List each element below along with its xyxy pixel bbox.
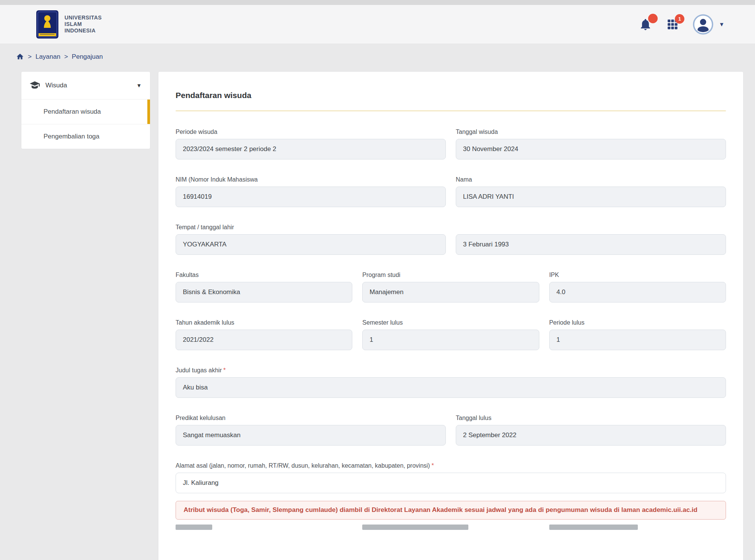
required-asterisk: * [431,462,434,469]
field-label: Alamat asal (jalan, nomor, rumah, RT/RW,… [176,462,726,469]
ipk-input[interactable]: 4.0 [549,282,726,303]
field-periode-wisuda: Periode wisuda 2023/2024 semester 2 peri… [176,129,446,159]
field-program-studi: Program studi Manajemen [362,272,539,303]
field-label: Tahun akademik lulus [176,319,352,326]
required-asterisk: * [223,367,226,373]
apps-button[interactable]: 1 [666,18,679,31]
sidebar: Wisuda ▼ Pendaftaran wisuda Pengembalian… [21,71,150,149]
cutoff-field [362,525,539,530]
field-tanggal-lulus: Tanggal lulus 2 September 2022 [456,415,726,446]
tempat-lahir-input[interactable]: YOGYAKARTA [176,234,446,255]
sidebar-item-label: Pengembalian toga [44,133,100,140]
field-label: NIM (Nomor Induk Mahasiswa [176,176,446,183]
sidebar-menu-wisuda[interactable]: Wisuda ▼ [21,72,150,99]
field-label: Tanggal wisuda [456,129,726,135]
semester-lulus-input[interactable]: 1 [362,330,539,350]
notifications-badge [648,14,658,23]
sidebar-item-pengembalian-toga[interactable]: Pengembalian toga [21,124,150,149]
form-row: Judul tugas akhir* Aku bisa [176,367,726,398]
user-menu-caret-icon: ▼ [719,21,724,27]
notifications-button[interactable] [639,18,652,31]
field-nim: NIM (Nomor Induk Mahasiswa 16914019 [176,176,446,207]
form-row: Alamat asal (jalan, nomor, rumah, RT/RW,… [176,462,726,493]
field-tahun-akademik-lulus: Tahun akademik lulus 2021/2022 [176,319,352,350]
cutoff-field-label [362,525,468,530]
form-row: Periode wisuda 2023/2024 semester 2 peri… [176,129,726,159]
field-tempat-lahir: Tempat / tanggal lahir YOGYAKARTA [176,224,446,255]
cutoff-field [549,525,726,530]
field-alamat-asal: Alamat asal (jalan, nomor, rumah, RT/RW,… [176,462,726,493]
field-periode-lulus: Periode lulus 1 [549,319,726,350]
field-predikat-kelulusan: Predikat kelulusan Sangat memuaskan [176,415,446,446]
tanggal-lulus-input[interactable]: 2 September 2022 [456,425,726,446]
form-row: Tempat / tanggal lahir YOGYAKARTA 3 Febr… [176,224,726,255]
predikat-kelulusan-input[interactable]: Sangat memuaskan [176,425,446,446]
cutoff-field-label [549,525,638,530]
title-divider [176,110,726,111]
tanggal-lahir-input[interactable]: 3 Februari 1993 [456,234,726,255]
home-icon[interactable] [16,53,24,61]
breadcrumb-separator: > [64,53,68,61]
apps-badge: 1 [675,14,684,24]
tahun-akademik-lulus-input[interactable]: 2021/2022 [176,330,352,350]
breadcrumb-pengajuan[interactable]: Pengajuan [72,53,103,61]
field-label: Semester lulus [362,319,539,326]
field-tanggal-lahir: 3 Februari 1993 [456,234,726,255]
field-label: Fakultas [176,272,352,278]
field-tanggal-wisuda: Tanggal wisuda 30 November 2024 [456,129,726,159]
sidebar-menu-label: Wisuda [45,82,67,89]
field-nama: Nama LISA ADRI YANTI [456,176,726,207]
nim-input[interactable]: 16914019 [176,187,446,207]
nama-input[interactable]: LISA ADRI YANTI [456,187,726,207]
field-label: IPK [549,272,726,278]
field-fakultas: Fakultas Bisnis & Ekonomika [176,272,352,303]
page: UNIVERSITAS ISLAM INDONESIA 1 [0,0,755,560]
toga-pickup-warning: Atribut wisuda (Toga, Samir, Slempang cu… [176,501,726,520]
tanggal-wisuda-input[interactable]: 30 November 2024 [456,139,726,159]
periode-lulus-input[interactable]: 1 [549,330,726,350]
breadcrumb-layanan[interactable]: Layanan [35,53,60,61]
uii-logo[interactable]: UNIVERSITAS ISLAM INDONESIA [36,10,102,39]
field-label: Tanggal lulus [456,415,726,422]
cutoff-field-label [176,525,212,530]
field-judul-tugas-akhir: Judul tugas akhir* Aku bisa [176,367,726,398]
form-row: NIM (Nomor Induk Mahasiswa 16914019 Nama… [176,176,726,207]
app-header: UNIVERSITAS ISLAM INDONESIA 1 [0,5,755,43]
uii-logo-text: UNIVERSITAS ISLAM INDONESIA [65,14,102,34]
alamat-asal-input[interactable]: Jl. Kaliurang [176,473,726,493]
pendaftaran-wisuda-card: Pendaftaran wisuda Periode wisuda 2023/2… [158,71,744,560]
breadcrumb-separator: > [28,53,32,61]
cutoff-field [176,525,352,530]
field-label: Periode wisuda [176,129,446,135]
sidebar-item-pendaftaran-wisuda[interactable]: Pendaftaran wisuda [21,99,150,124]
graduation-cap-icon [30,81,40,90]
user-menu-button[interactable]: ▼ [693,14,724,35]
page-title: Pendaftaran wisuda [176,91,726,100]
field-ipk: IPK 4.0 [549,272,726,303]
form-row: Predikat kelulusan Sangat memuaskan Tang… [176,415,726,446]
field-label: Predikat kelulusan [176,415,446,422]
field-label: Nama [456,176,726,183]
avatar [693,14,713,35]
chevron-down-icon: ▼ [136,82,142,89]
content: Wisuda ▼ Pendaftaran wisuda Pengembalian… [0,69,755,560]
form-row: Tahun akademik lulus 2021/2022 Semester … [176,319,726,350]
field-label: Periode lulus [549,319,726,326]
sidebar-item-label: Pendaftaran wisuda [44,108,101,115]
field-label: Judul tugas akhir* [176,367,726,374]
window-top-strip [0,0,755,5]
field-label: Program studi [362,272,539,278]
periode-wisuda-input[interactable]: 2023/2024 semester 2 periode 2 [176,139,446,159]
field-label: Tempat / tanggal lahir [176,224,446,231]
judul-tugas-akhir-input[interactable]: Aku bisa [176,377,726,398]
program-studi-input[interactable]: Manajemen [362,282,539,303]
form-row: Fakultas Bisnis & Ekonomika Program stud… [176,272,726,303]
field-semester-lulus: Semester lulus 1 [362,319,539,350]
fakultas-input[interactable]: Bisnis & Ekonomika [176,282,352,303]
uii-logo-icon [36,10,58,39]
cutoff-form-row [176,525,726,530]
header-actions: 1 ▼ [639,14,724,35]
breadcrumb: > Layanan > Pengajuan [0,43,755,69]
